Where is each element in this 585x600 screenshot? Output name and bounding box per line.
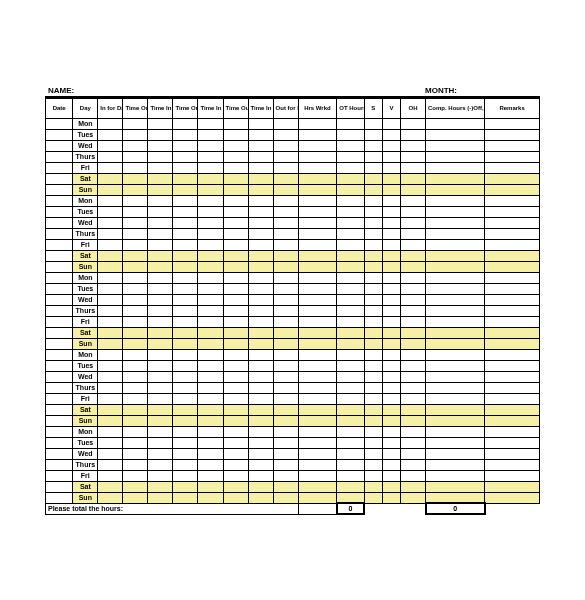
- table-row: Mon: [46, 118, 540, 129]
- day-cell: Thurs: [73, 228, 98, 239]
- data-cell: [223, 294, 248, 305]
- data-cell: [223, 239, 248, 250]
- data-cell: [223, 129, 248, 140]
- data-cell: [273, 305, 298, 316]
- data-cell: [401, 140, 426, 151]
- table-row: Wed: [46, 140, 540, 151]
- data-cell: [298, 151, 337, 162]
- data-cell: [382, 118, 400, 129]
- table-row: Sat: [46, 327, 540, 338]
- data-cell: [223, 316, 248, 327]
- data-cell: [123, 217, 148, 228]
- data-cell: [248, 261, 273, 272]
- day-cell: Wed: [73, 140, 98, 151]
- data-cell: [223, 393, 248, 404]
- day-cell: Tues: [73, 129, 98, 140]
- data-cell: [198, 481, 223, 492]
- data-cell: [485, 162, 540, 173]
- data-cell: [173, 261, 198, 272]
- table-row: Sat: [46, 404, 540, 415]
- table-row: Tues: [46, 129, 540, 140]
- totals-label: Please total the hours:: [46, 503, 299, 514]
- data-cell: [148, 393, 173, 404]
- data-cell: [426, 415, 485, 426]
- day-cell: Thurs: [73, 305, 98, 316]
- data-cell: [273, 448, 298, 459]
- data-cell: [223, 173, 248, 184]
- data-cell: [273, 371, 298, 382]
- data-cell: [148, 338, 173, 349]
- data-cell: [337, 140, 364, 151]
- day-cell: Fri: [73, 470, 98, 481]
- data-cell: [382, 393, 400, 404]
- data-cell: [485, 195, 540, 206]
- table-row: Wed: [46, 294, 540, 305]
- data-cell: [223, 371, 248, 382]
- data-cell: [248, 140, 273, 151]
- data-cell: [198, 129, 223, 140]
- day-cell: Sat: [73, 173, 98, 184]
- data-cell: [337, 371, 364, 382]
- data-cell: [98, 151, 123, 162]
- data-cell: [426, 140, 485, 151]
- data-cell: [426, 459, 485, 470]
- data-cell: [98, 162, 123, 173]
- data-cell: [485, 140, 540, 151]
- data-cell: [426, 360, 485, 371]
- data-cell: [382, 162, 400, 173]
- data-cell: [98, 184, 123, 195]
- date-cell: [46, 437, 73, 448]
- date-cell: [46, 305, 73, 316]
- data-cell: [273, 338, 298, 349]
- data-cell: [198, 195, 223, 206]
- day-cell: Mon: [73, 426, 98, 437]
- timesheet-table: DateDayIn for DayTime OutTime InTime Out…: [45, 98, 540, 516]
- data-cell: [401, 206, 426, 217]
- data-cell: [364, 129, 382, 140]
- data-cell: [485, 459, 540, 470]
- day-cell: Sat: [73, 481, 98, 492]
- data-cell: [364, 162, 382, 173]
- data-cell: [485, 448, 540, 459]
- data-cell: [401, 448, 426, 459]
- data-cell: [248, 250, 273, 261]
- date-cell: [46, 151, 73, 162]
- data-cell: [148, 371, 173, 382]
- day-cell: Thurs: [73, 382, 98, 393]
- data-cell: [148, 151, 173, 162]
- data-cell: [198, 327, 223, 338]
- data-cell: [298, 206, 337, 217]
- data-cell: [298, 250, 337, 261]
- date-cell: [46, 261, 73, 272]
- data-cell: [273, 239, 298, 250]
- data-cell: [298, 360, 337, 371]
- data-cell: [123, 382, 148, 393]
- data-cell: [382, 294, 400, 305]
- table-row: Sun: [46, 184, 540, 195]
- data-cell: [173, 272, 198, 283]
- data-cell: [298, 118, 337, 129]
- data-cell: [485, 470, 540, 481]
- table-row: Mon: [46, 426, 540, 437]
- totals-comp: 0: [426, 503, 485, 514]
- data-cell: [364, 140, 382, 151]
- data-cell: [382, 349, 400, 360]
- col-header: Time Out: [173, 98, 198, 118]
- data-cell: [98, 481, 123, 492]
- date-cell: [46, 195, 73, 206]
- data-cell: [248, 195, 273, 206]
- data-cell: [485, 349, 540, 360]
- data-cell: [173, 305, 198, 316]
- data-cell: [426, 228, 485, 239]
- data-cell: [273, 316, 298, 327]
- data-cell: [298, 239, 337, 250]
- timesheet: NAME: MONTH: DateDayIn for DayTime OutTi…: [45, 85, 540, 516]
- data-cell: [173, 316, 198, 327]
- table-row: Tues: [46, 360, 540, 371]
- table-row: Fri: [46, 162, 540, 173]
- data-cell: [148, 448, 173, 459]
- data-cell: [273, 184, 298, 195]
- data-cell: [298, 305, 337, 316]
- data-cell: [223, 151, 248, 162]
- data-cell: [198, 272, 223, 283]
